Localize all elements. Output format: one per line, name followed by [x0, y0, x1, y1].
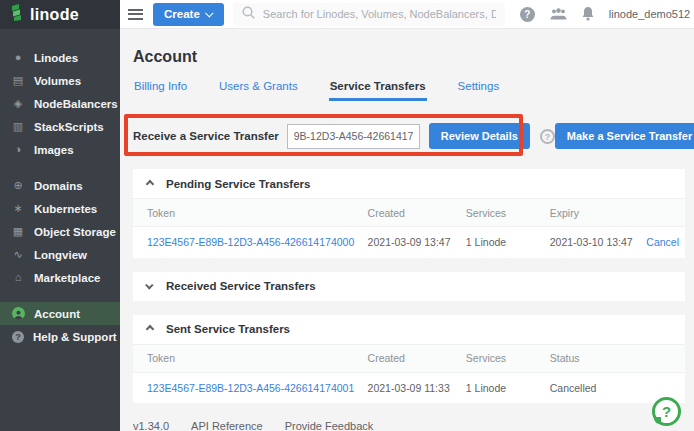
help-icon: ?: [12, 331, 24, 343]
marketplace-icon: ⌂: [11, 272, 25, 283]
top-header: linode Create ? linode_demo512: [0, 0, 694, 29]
table-header-row: Token Created Services Expiry: [133, 199, 685, 227]
linode-logo[interactable]: linode: [0, 0, 120, 29]
sidebar-item-stackscripts[interactable]: ▥ StackScripts: [0, 115, 120, 138]
transfer-help-icon[interactable]: ?: [540, 129, 555, 144]
pending-section-title: Pending Service Transfers: [166, 178, 310, 190]
topbar: Create ? linode_demo512: [120, 0, 694, 29]
tab-users-grants[interactable]: Users & Grants: [218, 78, 299, 101]
receive-transfer-bar: Receive a Service Transfer Review Detail…: [133, 122, 685, 150]
sidebar-item-account[interactable]: Account: [0, 302, 120, 325]
account-tabs: Billing Info Users & Grants Service Tran…: [133, 78, 685, 101]
tab-service-transfers[interactable]: Service Transfers: [329, 78, 427, 101]
page-title: Account: [133, 48, 685, 66]
col-status: Status: [550, 344, 685, 372]
pending-section-header[interactable]: Pending Service Transfers: [133, 169, 685, 198]
stackscripts-icon: ▥: [11, 121, 25, 132]
sidebar-item-help-support[interactable]: ? Help & Support: [0, 325, 120, 348]
col-actions: [646, 199, 685, 227]
sidebar-group-gap: [0, 289, 120, 302]
make-transfer-button[interactable]: Make a Service Transfer: [555, 123, 694, 149]
collapse-chevron-icon: [146, 325, 154, 333]
sent-created-cell: 2021-03-09 11:33: [368, 372, 466, 403]
tab-settings[interactable]: Settings: [457, 78, 501, 101]
col-created: Created: [368, 344, 466, 372]
search-bar[interactable]: [233, 3, 505, 26]
sidebar-item-images[interactable]: ◑ Images: [0, 138, 120, 161]
main-content: Account Billing Info Users & Grants Serv…: [120, 29, 694, 431]
linodes-icon: ●: [11, 52, 25, 63]
received-section-header[interactable]: Received Service Transfers: [133, 272, 685, 301]
sent-token-link[interactable]: 123E4567-E89B-12D3-A456-426614174001: [147, 382, 354, 394]
create-button[interactable]: Create: [153, 3, 224, 26]
table-row: 123E4567-E89B-12D3-A456-426614174001 202…: [133, 372, 685, 403]
domains-icon: ⊕: [11, 180, 25, 191]
chevron-down-icon: [205, 9, 213, 17]
expand-chevron-icon: [145, 281, 153, 289]
help-icon[interactable]: ?: [520, 7, 535, 22]
sidebar-item-longview[interactable]: ∿ Longview: [0, 243, 120, 266]
sidebar-nav: ● Linodes ▤ Volumes ◈ NodeBalancers ▥ St…: [0, 29, 120, 431]
sidebar-item-linodes[interactable]: ● Linodes: [0, 46, 120, 69]
help-chat-button[interactable]: ?: [652, 397, 681, 426]
search-icon: [242, 5, 255, 23]
longview-icon: ∿: [11, 249, 25, 260]
col-expiry: Expiry: [550, 199, 647, 227]
linode-logo-icon: [10, 4, 25, 25]
sidebar-item-object-storage[interactable]: ▦ Object Storage: [0, 220, 120, 243]
col-services: Services: [466, 344, 550, 372]
received-section-title: Received Service Transfers: [166, 280, 316, 292]
review-details-button[interactable]: Review Details: [429, 123, 530, 149]
page-footer: v1.34.0 API Reference Provide Feedback: [133, 420, 685, 431]
sent-section-title: Sent Service Transfers: [166, 323, 290, 335]
community-icon[interactable]: [550, 8, 567, 20]
sidebar-item-volumes[interactable]: ▤ Volumes: [0, 69, 120, 92]
sidebar-item-domains[interactable]: ⊕ Domains: [0, 174, 120, 197]
receive-transfer-label: Receive a Service Transfer: [133, 130, 279, 142]
sidebar-item-nodebalancers[interactable]: ◈ NodeBalancers: [0, 92, 120, 115]
col-services: Services: [466, 199, 550, 227]
transfer-token-input[interactable]: [287, 124, 420, 149]
notifications-bell-icon[interactable]: [582, 7, 594, 21]
col-token: Token: [133, 344, 368, 372]
tab-billing-info[interactable]: Billing Info: [133, 78, 188, 101]
search-input[interactable]: [263, 8, 496, 20]
sent-section-header[interactable]: Sent Service Transfers: [133, 315, 685, 344]
pending-expiry-cell: 2021-03-10 13:47: [550, 227, 647, 258]
pending-services-cell: 1 Linode: [466, 227, 550, 258]
pending-token-link[interactable]: 123E4567-E89B-12D3-A456-426614174000: [147, 236, 354, 248]
api-reference-link[interactable]: API Reference: [191, 420, 263, 431]
pending-transfers-section: Pending Service Transfers Token Created …: [133, 169, 685, 258]
images-icon: ◑: [11, 144, 25, 155]
col-created: Created: [368, 199, 466, 227]
hamburger-menu-icon[interactable]: [128, 9, 143, 20]
account-icon: [12, 307, 25, 320]
sidebar-group-gap: [0, 161, 120, 174]
provide-feedback-link[interactable]: Provide Feedback: [285, 420, 374, 431]
sidebar-item-kubernetes[interactable]: ∗ Kubernetes: [0, 197, 120, 220]
kubernetes-icon: ∗: [11, 203, 25, 214]
pending-created-cell: 2021-03-09 13:47: [368, 227, 466, 258]
create-button-label: Create: [164, 8, 200, 20]
table-header-row: Token Created Services Status: [133, 344, 685, 372]
nodebalancers-icon: ◈: [11, 98, 25, 109]
logo-text: linode: [30, 6, 79, 24]
app-window: linode Create ? linode_demo512: [0, 0, 694, 431]
collapse-chevron-icon: [146, 179, 154, 187]
sent-transfers-table: Token Created Services Status 123E4567-E…: [133, 344, 685, 404]
sent-services-cell: 1 Linode: [466, 372, 550, 403]
sidebar-item-marketplace[interactable]: ⌂ Marketplace: [0, 266, 120, 289]
username-label[interactable]: linode_demo512: [609, 8, 690, 20]
cancel-transfer-link[interactable]: Cancel: [646, 236, 679, 248]
object-storage-icon: ▦: [11, 226, 25, 237]
volumes-icon: ▤: [11, 75, 25, 86]
received-transfers-section: Received Service Transfers: [133, 272, 685, 301]
pending-transfers-table: Token Created Services Expiry 123E4567-E…: [133, 198, 685, 258]
col-token: Token: [133, 199, 368, 227]
table-row: 123E4567-E89B-12D3-A456-426614174000 202…: [133, 227, 685, 258]
sent-transfers-section: Sent Service Transfers Token Created Ser…: [133, 315, 685, 404]
version-link[interactable]: v1.34.0: [133, 420, 169, 431]
